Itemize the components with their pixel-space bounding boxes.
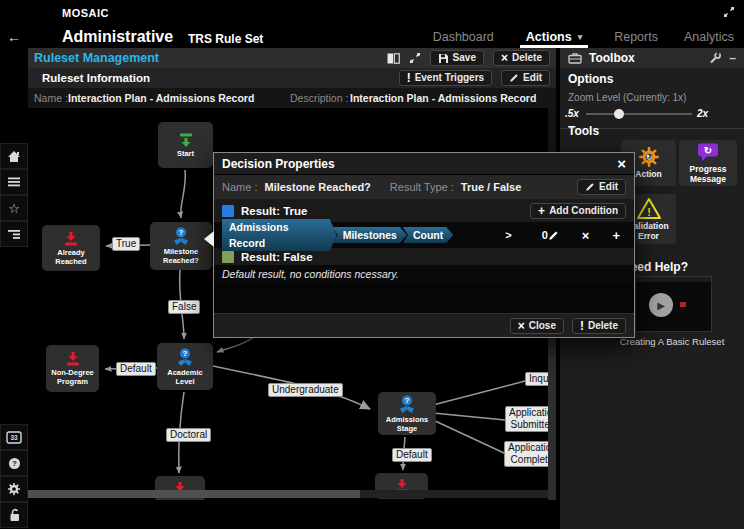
star-icon: ☆ [8, 202, 20, 215]
menu-button[interactable] [0, 169, 28, 195]
svg-text:↻: ↻ [704, 144, 712, 155]
speech-refresh-icon: ↻ [696, 142, 720, 163]
add-condition-button[interactable]: + Add Condition [530, 203, 626, 219]
floppy-icon [438, 53, 449, 64]
nav-reports[interactable]: Reports [614, 26, 658, 48]
modal-titlebar: Decision Properties × [214, 153, 634, 175]
description-value: Interaction Plan - Admissions Record [350, 92, 536, 104]
modal-name-row: Name : Milestone Reached? Result Type : … [214, 175, 634, 199]
ruleset-header-controls: Save × Delete [387, 50, 550, 66]
close-icon[interactable]: × [617, 157, 626, 171]
modal-close-button[interactable]: × Close [510, 318, 564, 334]
minimize-icon[interactable]: – [729, 51, 736, 65]
name-value: Interaction Plan - Admissions Record [68, 92, 254, 104]
node-already-reached[interactable]: Already Reached [42, 225, 100, 271]
toolbox-title: Toolbox [589, 51, 635, 65]
condition-chip-count[interactable]: Count [403, 227, 453, 243]
settings-button[interactable] [0, 476, 28, 502]
modal-footer: × Close ! Delete [214, 313, 634, 337]
outline-button[interactable] [0, 221, 28, 247]
version-button[interactable]: 33 [0, 424, 28, 450]
condition-chip-record[interactable]: Admissions Record [222, 219, 337, 251]
app-subtitle: TRS Rule Set [188, 32, 263, 46]
delete-button[interactable]: × Delete [493, 50, 550, 66]
zoom-max-label: 2x [697, 108, 708, 119]
condition-chip-milestones[interactable]: Milestones [333, 227, 407, 243]
svg-text:↻: ↻ [645, 153, 651, 162]
exclamation-icon: ! [580, 321, 584, 331]
back-arrow-icon: ← [7, 29, 21, 45]
svg-text:?: ? [405, 396, 410, 405]
nav-analytics[interactable]: Analytics [684, 26, 734, 48]
edge-start-milestone [181, 170, 186, 218]
condition-operator: > [505, 229, 511, 241]
tools-title: Tools [568, 124, 599, 138]
ruleset-header: Ruleset Management Save × Delete [28, 48, 556, 68]
horizontal-scrollbar-thumb[interactable] [28, 490, 360, 498]
nav-dashboard[interactable]: Dashboard [433, 26, 494, 48]
edit-button[interactable]: Edit [501, 70, 550, 86]
edge-app-complete [433, 420, 504, 453]
edge-label-default-1: Default [116, 362, 156, 376]
wrench-icon[interactable] [709, 52, 721, 64]
save-button[interactable]: Save [430, 50, 484, 66]
node-start[interactable]: Start [158, 122, 213, 168]
node-non-degree-program[interactable]: Non-Degree Program [46, 345, 99, 392]
decision-name-label: Name : [222, 181, 257, 193]
play-icon[interactable]: ▶ [649, 293, 673, 317]
event-triggers-button[interactable]: ! Event Triggers [399, 70, 492, 86]
edge-inquiry [433, 381, 525, 405]
svg-text:!: ! [647, 205, 651, 217]
zoom-slider-thumb[interactable] [614, 109, 624, 119]
modal-title: Decision Properties [222, 157, 335, 171]
toolbox-header: Toolbox – [560, 48, 744, 68]
gear-icon: ↻ [638, 146, 660, 168]
exclamation-icon: ! [407, 73, 411, 83]
node-milestone-reached[interactable]: ? Milestone Reached? [150, 222, 212, 270]
tool-progress-message[interactable]: ↻ Progress Message [679, 140, 737, 186]
svg-text:?: ? [179, 228, 184, 237]
home-icon [7, 150, 21, 163]
expand-icon[interactable] [409, 52, 421, 64]
edge-label-doctoral: Doctoral [166, 428, 211, 442]
result-true-swatch [222, 205, 234, 217]
help-button[interactable]: ? [0, 450, 28, 476]
edge-label-false: False [168, 300, 200, 314]
section-title: Ruleset Information [42, 72, 399, 84]
nav-actions[interactable]: Actions ▾ [520, 26, 588, 48]
modal-delete-button[interactable]: ! Delete [572, 318, 626, 334]
lock-button[interactable] [0, 502, 28, 528]
menu-icon [7, 176, 21, 189]
ruleset-info-controls: ! Event Triggers Edit [399, 70, 550, 86]
zoom-slider-track[interactable] [586, 113, 692, 115]
vertical-scrollbar-thumb[interactable] [548, 333, 556, 500]
add-subcondition-icon[interactable]: + [612, 228, 620, 243]
plus-icon: + [538, 206, 545, 216]
help-video-thumbnail[interactable]: ▶ [635, 276, 712, 332]
modal-edit-button[interactable]: Edit [577, 179, 626, 195]
columns-layout-icon[interactable] [387, 53, 400, 64]
app-bar: ← Administrative TRS Rule Set Dashboard … [0, 26, 744, 48]
x-icon: × [501, 53, 508, 63]
remove-condition-icon[interactable]: × [582, 228, 590, 243]
home-button[interactable] [0, 143, 28, 169]
x-icon: × [518, 321, 525, 331]
favorites-button[interactable]: ☆ [0, 195, 28, 221]
node-academic-level[interactable]: ? Academic Level [157, 343, 213, 390]
edge-label-true: True [112, 237, 140, 251]
edge-label-default-2: Default [392, 448, 432, 462]
end-icon [63, 231, 79, 247]
back-button[interactable]: ← [0, 26, 28, 48]
decision-icon: ? [175, 348, 195, 367]
modal-pointer [204, 231, 214, 247]
modal-empty-area [214, 283, 634, 313]
node-admissions-stage[interactable]: ? Admissions Stage [378, 392, 436, 435]
pencil-icon[interactable] [548, 230, 559, 241]
svg-text:33: 33 [10, 434, 18, 441]
version-badge-icon: 33 [6, 431, 22, 444]
brand-logo: MOSAIC [62, 7, 109, 19]
expand-icon[interactable] [723, 6, 735, 18]
unlock-icon [8, 508, 21, 522]
decision-name-value: Milestone Reached? [264, 181, 370, 193]
svg-text:?: ? [12, 459, 17, 468]
